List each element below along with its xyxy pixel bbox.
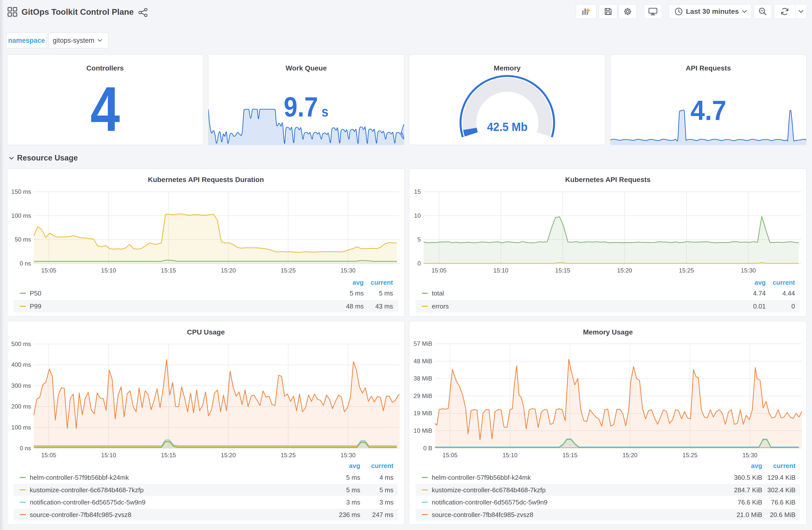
- svg-text:15:25: 15:25: [679, 267, 694, 274]
- svg-text:4 ms: 4 ms: [379, 474, 393, 481]
- svg-text:5 ms: 5 ms: [346, 486, 360, 494]
- svg-text:Kubernetes API Requests: Kubernetes API Requests: [565, 176, 650, 183]
- svg-text:P99: P99: [30, 303, 41, 310]
- svg-text:15:05: 15:05: [432, 267, 447, 274]
- svg-text:15:20: 15:20: [221, 267, 236, 274]
- svg-text:15:25: 15:25: [281, 452, 296, 458]
- svg-text:current: current: [371, 462, 393, 470]
- svg-text:0 ns: 0 ns: [20, 260, 31, 267]
- svg-text:129.4 KiB: 129.4 KiB: [767, 474, 796, 481]
- svg-text:current: current: [773, 462, 796, 470]
- svg-text:15:30: 15:30: [741, 267, 756, 274]
- svg-text:20.6 MiB: 20.6 MiB: [770, 511, 796, 518]
- svg-text:avg: avg: [352, 279, 364, 286]
- svg-text:source-controller-7fb84fc985-z: source-controller-7fb84fc985-zvsz8: [30, 511, 131, 518]
- svg-text:5 ms: 5 ms: [350, 290, 364, 297]
- svg-text:0 B: 0 B: [423, 445, 432, 452]
- svg-text:CPU Usage: CPU Usage: [187, 328, 225, 336]
- svg-text:43 ms: 43 ms: [375, 303, 393, 310]
- svg-text:kustomize-controller-6c6784b46: kustomize-controller-6c6784b468-7kzfp: [30, 486, 144, 494]
- svg-text:19 MiB: 19 MiB: [414, 410, 432, 416]
- svg-text:15:30: 15:30: [340, 452, 356, 458]
- svg-text:400 ms: 400 ms: [11, 361, 31, 368]
- svg-text:236 ms: 236 ms: [339, 511, 360, 518]
- svg-text:15:10: 15:10: [493, 267, 508, 274]
- svg-text:15:15: 15:15: [161, 267, 176, 274]
- svg-text:100 ms: 100 ms: [11, 424, 31, 431]
- svg-text:38 MiB: 38 MiB: [414, 375, 432, 382]
- svg-text:avg: avg: [751, 462, 762, 470]
- svg-text:15:05: 15:05: [41, 452, 56, 458]
- svg-text:76.6 KiB: 76.6 KiB: [738, 499, 762, 506]
- svg-text:0 ns: 0 ns: [20, 445, 31, 452]
- svg-text:5: 5: [418, 236, 421, 243]
- svg-text:100 ms: 100 ms: [11, 212, 31, 219]
- svg-text:15:15: 15:15: [161, 452, 176, 458]
- svg-text:15:15: 15:15: [562, 452, 577, 458]
- svg-text:source-controller-7fb84fc985-z: source-controller-7fb84fc985-zvsz8: [432, 511, 533, 518]
- svg-text:15: 15: [414, 188, 421, 195]
- svg-text:21.0 MiB: 21.0 MiB: [737, 511, 762, 518]
- svg-text:500 ms: 500 ms: [11, 340, 31, 347]
- svg-text:48 MiB: 48 MiB: [414, 358, 432, 365]
- svg-text:Kubernetes API Requests Durati: Kubernetes API Requests Duration: [148, 176, 264, 183]
- svg-text:76.6 KiB: 76.6 KiB: [771, 499, 796, 506]
- svg-text:57 MiB: 57 MiB: [414, 340, 432, 347]
- svg-text:29 MiB: 29 MiB: [414, 393, 432, 399]
- svg-text:42.5 Mb: 42.5 Mb: [487, 120, 527, 133]
- svg-text:current: current: [371, 279, 393, 286]
- svg-text:notification-controller-6d5657: notification-controller-6d56575dc-5w9n9: [432, 499, 548, 506]
- svg-text:15:05: 15:05: [443, 452, 458, 458]
- svg-text:errors: errors: [432, 303, 449, 310]
- svg-text:P50: P50: [30, 290, 41, 297]
- svg-text:kustomize-controller-6c6784b46: kustomize-controller-6c6784b468-7kzfp: [432, 486, 546, 494]
- svg-text:4.74: 4.74: [753, 290, 766, 297]
- svg-text:247 ms: 247 ms: [372, 511, 393, 518]
- svg-text:15:25: 15:25: [281, 267, 296, 274]
- svg-text:avg: avg: [754, 279, 766, 286]
- svg-text:150 ms: 150 ms: [11, 188, 31, 195]
- svg-text:3 ms: 3 ms: [346, 499, 360, 506]
- svg-text:5 ms: 5 ms: [379, 486, 393, 494]
- svg-text:200 ms: 200 ms: [11, 403, 31, 410]
- svg-text:notification-controller-6d5657: notification-controller-6d56575dc-5w9n9: [30, 499, 146, 506]
- svg-text:15:25: 15:25: [682, 452, 697, 458]
- svg-text:0: 0: [418, 260, 421, 267]
- svg-text:15:10: 15:10: [503, 452, 518, 458]
- svg-text:Memory Usage: Memory Usage: [583, 328, 633, 336]
- svg-text:15:30: 15:30: [340, 267, 356, 274]
- svg-text:5 ms: 5 ms: [346, 474, 360, 481]
- svg-text:15:30: 15:30: [742, 452, 757, 458]
- svg-text:4.44: 4.44: [782, 290, 795, 297]
- svg-text:3 ms: 3 ms: [379, 499, 393, 506]
- svg-text:total: total: [432, 290, 444, 297]
- svg-text:15:10: 15:10: [101, 267, 116, 274]
- svg-text:helm-controller-57f9b56bbf-k24: helm-controller-57f9b56bbf-k24mk: [432, 474, 531, 481]
- svg-text:15:20: 15:20: [617, 267, 632, 274]
- svg-text:15:20: 15:20: [221, 452, 236, 458]
- svg-text:15:05: 15:05: [41, 267, 56, 274]
- svg-text:10: 10: [414, 212, 421, 219]
- svg-text:15:15: 15:15: [555, 267, 570, 274]
- svg-text:50 ms: 50 ms: [15, 236, 31, 243]
- svg-text:360.5 KiB: 360.5 KiB: [734, 474, 762, 481]
- svg-text:15:10: 15:10: [101, 452, 116, 458]
- svg-text:5 ms: 5 ms: [379, 290, 393, 297]
- svg-text:15:20: 15:20: [622, 452, 637, 458]
- svg-text:current: current: [772, 279, 795, 286]
- svg-text:0.01: 0.01: [753, 303, 766, 310]
- svg-text:helm-controller-57f9b56bbf-k24: helm-controller-57f9b56bbf-k24mk: [30, 474, 129, 481]
- svg-text:10 MiB: 10 MiB: [414, 427, 432, 434]
- svg-text:avg: avg: [349, 462, 360, 470]
- svg-text:48 ms: 48 ms: [346, 303, 364, 310]
- svg-text:302.4 KiB: 302.4 KiB: [767, 486, 796, 494]
- svg-text:300 ms: 300 ms: [11, 382, 31, 389]
- svg-text:0: 0: [792, 303, 795, 310]
- svg-text:284.7 KiB: 284.7 KiB: [734, 486, 762, 494]
